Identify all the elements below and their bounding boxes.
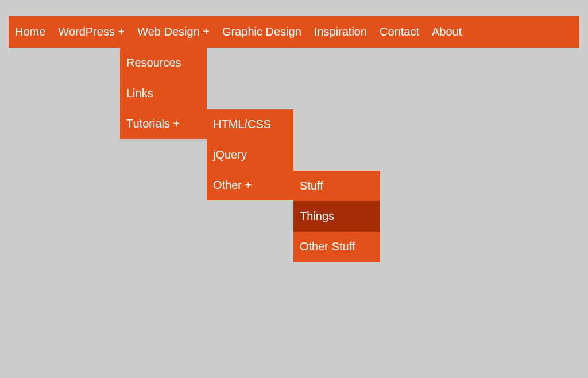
nav-item-inspiration[interactable]: Inspiration xyxy=(308,16,373,48)
submenu-item-html-css[interactable]: HTML/CSS xyxy=(207,109,293,140)
submenu-item-stuff[interactable]: Stuff xyxy=(293,171,380,201)
nav-item-about[interactable]: About xyxy=(425,16,468,48)
submenu-item-other-stuff[interactable]: Other Stuff xyxy=(293,232,380,262)
main-menubar: Home WordPress + Web Design + Graphic De… xyxy=(9,16,579,48)
submenu-tutorials: HTML/CSS jQuery Other + xyxy=(207,109,293,200)
submenu-item-links[interactable]: Links xyxy=(120,78,207,109)
submenu-item-other[interactable]: Other + xyxy=(207,170,293,200)
submenu-item-jquery[interactable]: jQuery xyxy=(207,140,293,170)
nav-item-graphic-design[interactable]: Graphic Design xyxy=(216,16,308,48)
nav-item-wordpress[interactable]: WordPress + xyxy=(52,16,131,48)
submenu-item-tutorials[interactable]: Tutorials + xyxy=(120,109,207,139)
submenu-item-things[interactable]: Things xyxy=(293,201,380,232)
nav-item-web-design[interactable]: Web Design + xyxy=(131,16,216,48)
submenu-other: Stuff Things Other Stuff xyxy=(293,171,380,262)
submenu-item-resources[interactable]: Resources xyxy=(120,48,207,78)
nav-item-home[interactable]: Home xyxy=(9,16,52,48)
nav-item-contact[interactable]: Contact xyxy=(373,16,425,48)
submenu-web-design: Resources Links Tutorials + xyxy=(120,48,207,139)
